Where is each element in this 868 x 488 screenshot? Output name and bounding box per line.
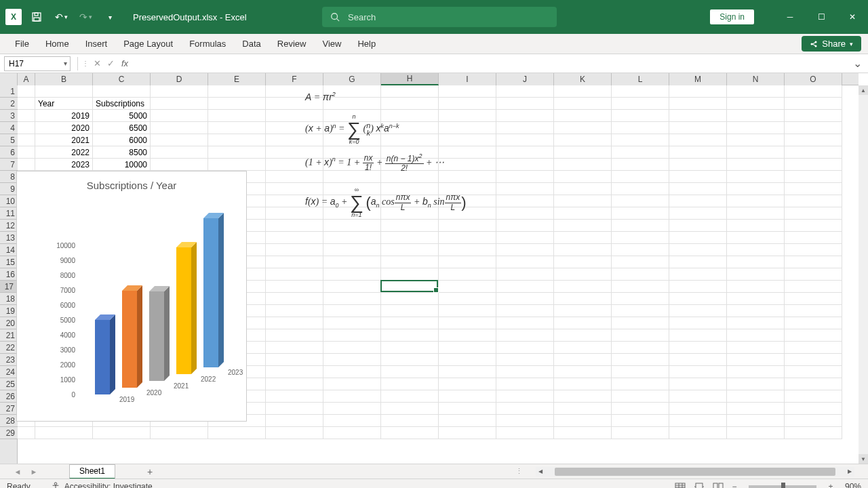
zoom-slider[interactable] <box>749 485 816 488</box>
sign-in-button[interactable]: Sign in <box>710 9 754 24</box>
tab-review[interactable]: Review <box>269 34 315 54</box>
qat-customize[interactable]: ▾ <box>100 7 119 26</box>
tab-insert[interactable]: Insert <box>77 34 116 54</box>
row-header-1[interactable]: 1 <box>0 85 18 98</box>
row-header-23[interactable]: 23 <box>0 354 18 366</box>
hscroll-thumb[interactable] <box>555 468 835 476</box>
cell-B4[interactable]: 2020 <box>35 122 93 134</box>
tab-home[interactable]: Home <box>37 34 77 54</box>
cell-C2[interactable]: Subscriptions <box>93 98 151 110</box>
col-header-E[interactable]: E <box>208 73 266 85</box>
fx-icon[interactable]: fx <box>121 58 128 68</box>
row-header-22[interactable]: 22 <box>0 342 18 354</box>
col-header-C[interactable]: C <box>93 73 151 85</box>
tab-file[interactable]: File <box>7 34 37 54</box>
search-box[interactable]: Search <box>322 7 557 27</box>
accessibility-status[interactable]: Accessibility: Investigate <box>51 482 153 489</box>
tab-split-handle[interactable]: ⋮ <box>515 467 523 476</box>
maximize-button[interactable]: ☐ <box>806 0 837 34</box>
scroll-right-button[interactable]: ▶ <box>845 467 854 476</box>
zoom-in-button[interactable]: + <box>826 482 835 489</box>
tab-formulas[interactable]: Formulas <box>181 34 234 54</box>
view-page-break-button[interactable] <box>711 481 726 489</box>
row-header-16[interactable]: 16 <box>0 268 18 281</box>
row-header-28[interactable]: 28 <box>0 415 18 427</box>
row-header-29[interactable]: 29 <box>0 427 18 439</box>
formula-input[interactable] <box>132 56 850 71</box>
col-header-I[interactable]: I <box>439 73 496 85</box>
col-header-J[interactable]: J <box>496 73 554 85</box>
tab-view[interactable]: View <box>314 34 349 54</box>
col-header-L[interactable]: L <box>612 73 669 85</box>
cancel-formula-button[interactable]: ✕ <box>90 57 104 70</box>
chart-subscriptions[interactable]: Subscriptions / Year 0100020003000400050… <box>16 171 247 422</box>
spreadsheet-grid[interactable]: ABCDEFGHIJKLMNO 123456789101112131415161… <box>0 73 868 464</box>
select-all-corner[interactable] <box>0 73 18 85</box>
col-header-D[interactable]: D <box>151 73 208 85</box>
chevron-down-icon[interactable]: ▾ <box>64 60 67 67</box>
row-header-9[interactable]: 9 <box>0 183 18 195</box>
expand-formula-bar[interactable]: ⌄ <box>850 57 864 70</box>
row-header-15[interactable]: 15 <box>0 256 18 268</box>
cell-C7[interactable]: 10000 <box>93 159 151 171</box>
row-header-25[interactable]: 25 <box>0 378 18 390</box>
equation-2[interactable]: (x + a)n = n∑k=0 (nk) xkan−k <box>305 114 399 145</box>
tab-page-layout[interactable]: Page Layout <box>115 34 181 54</box>
save-icon[interactable] <box>27 7 46 26</box>
horizontal-scrollbar[interactable]: ◀ ▶ <box>536 467 854 476</box>
vertical-scrollbar[interactable]: ▲ ▼ <box>859 85 868 464</box>
row-header-4[interactable]: 4 <box>0 122 18 134</box>
name-box[interactable]: H17 ▾ <box>4 56 71 71</box>
col-header-H[interactable]: H <box>381 73 439 85</box>
col-header-O[interactable]: O <box>785 73 842 85</box>
row-header-11[interactable]: 11 <box>0 207 18 220</box>
equation-4[interactable]: f(x) = a0 + ∞∑n=1 (an cosnπxL + bn sinnπ… <box>305 187 467 218</box>
sheet-nav-prev[interactable]: ◄ <box>9 464 26 479</box>
undo-button[interactable]: ↶▾ <box>52 7 71 26</box>
cell-B2[interactable]: Year <box>35 98 93 110</box>
tab-data[interactable]: Data <box>234 34 269 54</box>
minimize-button[interactable]: ─ <box>774 0 806 34</box>
col-header-F[interactable]: F <box>266 73 323 85</box>
zoom-level[interactable]: 90% <box>845 482 861 489</box>
scroll-down-button[interactable]: ▼ <box>859 454 868 464</box>
row-header-17[interactable]: 17 <box>0 281 18 293</box>
row-header-18[interactable]: 18 <box>0 293 18 305</box>
cell-B7[interactable]: 2023 <box>35 159 93 171</box>
row-header-20[interactable]: 20 <box>0 317 18 329</box>
enter-formula-button[interactable]: ✓ <box>104 57 117 70</box>
cell-C6[interactable]: 8500 <box>93 146 151 159</box>
sheet-tab-sheet1[interactable]: Sheet1 <box>69 464 115 479</box>
row-header-3[interactable]: 3 <box>0 110 18 122</box>
row-header-5[interactable]: 5 <box>0 134 18 146</box>
cell-C5[interactable]: 6000 <box>93 134 151 146</box>
cell-B6[interactable]: 2022 <box>35 146 93 159</box>
cell-B5[interactable]: 2021 <box>35 134 93 146</box>
row-header-27[interactable]: 27 <box>0 403 18 415</box>
col-header-M[interactable]: M <box>669 73 727 85</box>
scroll-left-button[interactable]: ◀ <box>536 467 545 476</box>
add-sheet-button[interactable]: + <box>142 464 157 479</box>
row-header-26[interactable]: 26 <box>0 390 18 403</box>
equation-1[interactable]: A = πr2 <box>305 91 336 103</box>
row-header-21[interactable]: 21 <box>0 329 18 342</box>
zoom-thumb[interactable] <box>781 483 785 489</box>
cell-C3[interactable]: 5000 <box>93 110 151 122</box>
row-header-24[interactable]: 24 <box>0 366 18 378</box>
col-header-K[interactable]: K <box>554 73 612 85</box>
row-header-2[interactable]: 2 <box>0 98 18 110</box>
close-button[interactable]: ✕ <box>837 0 868 34</box>
redo-button[interactable]: ↷▾ <box>76 7 95 26</box>
tab-help[interactable]: Help <box>349 34 384 54</box>
row-header-14[interactable]: 14 <box>0 244 18 256</box>
share-button[interactable]: Share ▾ <box>802 36 861 52</box>
row-header-7[interactable]: 7 <box>0 159 18 171</box>
col-header-B[interactable]: B <box>35 73 93 85</box>
row-header-19[interactable]: 19 <box>0 305 18 317</box>
cell-C4[interactable]: 6500 <box>93 122 151 134</box>
view-page-layout-button[interactable] <box>692 481 707 489</box>
equation-3[interactable]: (1 + x)n = 1 + nx1! + n(n − 1)x22! + ⋯ <box>305 153 444 173</box>
row-header-12[interactable]: 12 <box>0 220 18 232</box>
col-header-A[interactable]: A <box>18 73 35 85</box>
row-header-10[interactable]: 10 <box>0 195 18 207</box>
